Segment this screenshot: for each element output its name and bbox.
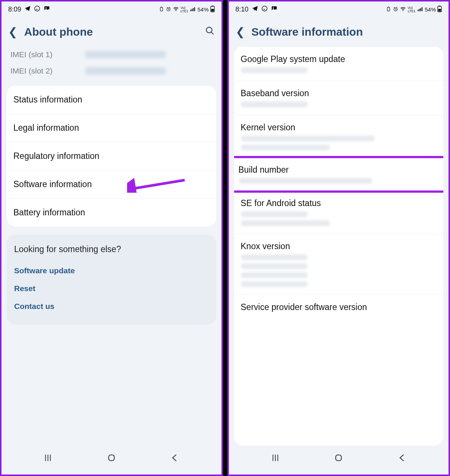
- phone-left-about: 8:09 Vo) LTE1 54%: [0, 0, 223, 476]
- row-label: Status information: [13, 95, 82, 104]
- value-redacted: [241, 144, 330, 150]
- alarm-icon: [166, 6, 171, 13]
- svg-rect-20: [109, 455, 114, 460]
- row-label: Kernel version: [241, 123, 295, 132]
- header: ❮ About phone: [1, 15, 221, 46]
- battery-saver-icon: [386, 6, 391, 13]
- row-service-provider-sw[interactable]: Service provider software version: [234, 295, 444, 320]
- whatsapp-icon: [34, 5, 41, 14]
- status-time: 8:09: [8, 6, 21, 13]
- android-nav-bar: [1, 446, 221, 475]
- svg-rect-7: [191, 9, 191, 11]
- back-chevron-icon[interactable]: ❮: [8, 26, 17, 38]
- svg-rect-12: [212, 6, 213, 6]
- recents-button[interactable]: [271, 453, 280, 465]
- imei-slot2-row[interactable]: IMEI (slot 2): [10, 63, 213, 79]
- header: ❮ Software information: [229, 15, 449, 46]
- svg-rect-24: [388, 7, 390, 11]
- battery-pct: 54%: [197, 6, 208, 13]
- value-redacted: [241, 101, 308, 107]
- row-software-information[interactable]: Software information: [7, 170, 216, 199]
- svg-rect-33: [439, 6, 440, 6]
- row-label: Build number: [239, 165, 289, 175]
- svg-point-0: [35, 6, 40, 11]
- battery-pct: 54%: [425, 6, 436, 13]
- row-label: Service provider software version: [241, 302, 367, 312]
- svg-rect-25: [388, 7, 389, 7]
- imei-slot1-row[interactable]: IMEI (slot 1): [10, 46, 213, 63]
- svg-line-15: [211, 32, 214, 35]
- svg-point-27: [403, 10, 404, 11]
- svg-rect-10: [194, 7, 195, 11]
- row-legal-information[interactable]: Legal information: [7, 114, 216, 142]
- svg-point-14: [206, 27, 212, 33]
- home-button[interactable]: [107, 453, 116, 465]
- gallery-icon: [271, 5, 278, 14]
- android-nav-bar: [229, 446, 449, 475]
- footer-heading: Looking for something else?: [14, 244, 209, 254]
- row-baseband-version[interactable]: Baseband version: [234, 81, 444, 115]
- search-icon[interactable]: [205, 26, 215, 38]
- battery-saver-icon: [159, 6, 164, 13]
- gallery-icon: [43, 5, 50, 14]
- back-button[interactable]: [397, 453, 407, 465]
- link-reset[interactable]: Reset: [14, 280, 209, 297]
- row-build-number[interactable]: Build number: [239, 165, 439, 184]
- svg-point-21: [262, 6, 267, 11]
- svg-rect-8: [192, 9, 192, 11]
- svg-rect-30: [420, 8, 421, 11]
- svg-rect-3: [160, 7, 162, 11]
- row-status-information[interactable]: Status information: [7, 86, 216, 114]
- link-contact-us[interactable]: Contact us: [14, 297, 209, 315]
- battery-icon: [210, 6, 215, 13]
- value-redacted: [241, 220, 330, 226]
- annotation-highlight-box: Build number: [234, 156, 444, 193]
- back-button[interactable]: [170, 453, 179, 465]
- wifi-icon: [173, 6, 179, 13]
- row-label: Software information: [13, 179, 92, 189]
- back-chevron-icon[interactable]: ❮: [236, 26, 245, 38]
- status-bar: 8:09 Vo) LTE1 54%: [1, 1, 221, 15]
- row-label: Legal information: [13, 123, 79, 133]
- value-redacted: [241, 67, 308, 73]
- row-label: Knox version: [241, 241, 290, 251]
- row-knox-version[interactable]: Knox version: [234, 234, 444, 295]
- battery-icon: [437, 6, 442, 13]
- software-info-card: Google Play system update Baseband versi…: [234, 46, 444, 446]
- svg-line-16: [131, 180, 185, 189]
- row-label: Battery information: [13, 208, 85, 217]
- row-google-play-update[interactable]: Google Play system update: [234, 46, 444, 81]
- status-time: 8:10: [236, 6, 249, 13]
- wifi-icon: [400, 6, 406, 13]
- row-battery-information[interactable]: Battery information: [7, 199, 216, 226]
- svg-rect-31: [422, 7, 423, 11]
- signal-icon: [417, 6, 423, 13]
- svg-rect-28: [418, 9, 418, 11]
- home-button[interactable]: [334, 453, 343, 465]
- imei-block: IMEI (slot 1) IMEI (slot 2): [1, 46, 221, 86]
- svg-rect-13: [211, 9, 214, 12]
- link-software-update[interactable]: Software update: [14, 262, 209, 280]
- volte-label: Vo) LTE1: [181, 6, 188, 13]
- svg-rect-29: [419, 9, 420, 11]
- value-redacted: [241, 263, 308, 269]
- value-redacted: [241, 281, 308, 287]
- value-redacted: [241, 272, 308, 278]
- row-label: Regulatory information: [13, 151, 99, 161]
- row-build-number-wrapper: Build number: [234, 156, 444, 191]
- svg-rect-34: [438, 9, 441, 12]
- value-redacted: [239, 178, 372, 184]
- svg-rect-38: [336, 455, 341, 460]
- row-se-android-status[interactable]: SE for Android status: [234, 191, 444, 234]
- row-regulatory-information[interactable]: Regulatory information: [7, 142, 216, 170]
- imei-slot1-value-redacted: [85, 51, 166, 58]
- row-label: Google Play system update: [241, 54, 345, 64]
- row-kernel-version[interactable]: Kernel version: [234, 115, 444, 158]
- phone-right-software-info: 8:10 Vo) LTE1 54%: [227, 0, 450, 476]
- whatsapp-icon: [261, 5, 268, 14]
- imei-slot1-label: IMEI (slot 1): [10, 50, 85, 59]
- telegram-icon: [24, 5, 31, 14]
- recents-button[interactable]: [43, 453, 53, 465]
- value-redacted: [241, 254, 308, 260]
- svg-point-6: [175, 10, 176, 11]
